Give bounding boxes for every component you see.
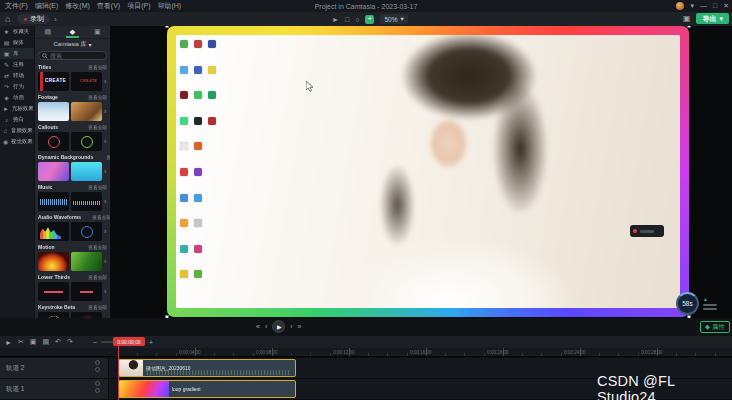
play-button[interactable]: ▶ [272,320,285,333]
pan-tool-icon[interactable]: ○ [355,16,359,23]
thumbnail[interactable]: CREATE [71,72,102,91]
thumbnail[interactable]: CREATE [38,72,69,91]
sidebar-item-behaviors[interactable]: ↷行为 [0,81,34,92]
sidebar-item-visual-effects[interactable]: ◉视觉效果 [0,136,34,147]
thumbnail[interactable] [38,102,69,121]
timeline-ruler[interactable]: 0:00:04;00 0:00:08;00 0:00:12;00 0:00:16… [0,348,732,357]
tab-media-bin[interactable]: ▤ [40,28,55,36]
sidebar-item-animations[interactable]: ◈动画 [0,92,34,103]
skip-to-end-button[interactable]: » [298,323,302,330]
menu-modify[interactable]: 修改(M) [65,1,90,11]
desktop-icon [208,91,216,99]
menu-help[interactable]: 帮助(H) [157,1,181,11]
clip-gradient[interactable]: loop gradient [118,380,296,398]
view-all-link[interactable]: 查看全部 [88,274,107,280]
chevron-right-icon[interactable]: › [104,198,106,205]
menu-project[interactable]: 项目(P) [127,1,150,11]
step-back-button[interactable]: ‹ [265,323,267,330]
playhead-line[interactable] [118,346,119,400]
sidebar-item-cursor-effects[interactable]: ►光标效果 [0,103,34,114]
redo-icon[interactable]: ↷ [67,338,73,346]
view-all-link[interactable]: 查看全部 [92,214,110,220]
thumbnail[interactable] [38,162,69,181]
library-dropdown[interactable]: Camtasia 库 ▾ [35,39,110,49]
thumbnail[interactable] [71,222,102,241]
library-section-footage: Footage查看全部 › [35,92,110,122]
thumbnail[interactable] [71,162,102,181]
pointer-tool-icon[interactable]: ► [5,339,12,346]
view-all-link[interactable]: 查看全部 [106,154,110,160]
desktop-icon [180,219,188,227]
user-avatar[interactable] [676,2,684,10]
paste-icon[interactable]: ▤ [42,338,49,346]
menu-file[interactable]: 文件(F) [5,1,28,11]
thumbnail[interactable] [38,282,69,301]
copy-icon[interactable]: ▣ [30,338,37,346]
thumbnail[interactable] [38,252,69,271]
view-all-link[interactable]: 查看全部 [88,304,107,310]
thumbnail[interactable] [71,252,102,271]
thumbnail[interactable] [38,222,69,241]
record-button[interactable]: ● 录制 [17,14,50,24]
visibility-icon[interactable] [95,367,100,372]
playhead-flag[interactable]: 0:00:00;00 [113,337,145,346]
sidebar-item-favorites[interactable]: ★收藏夹 [0,26,34,37]
behavior-icon: ↷ [3,83,10,90]
sidebar-item-voice[interactable]: ♪旁白 [0,114,34,125]
zoom-out-icon[interactable]: − [93,339,97,346]
sidebar-item-media[interactable]: ▤媒体 [0,37,34,48]
lock-icon[interactable] [95,381,100,386]
chevron-right-icon[interactable]: › [104,228,106,235]
view-all-link[interactable]: 查看全部 [88,124,107,130]
thumbnail[interactable] [71,132,102,151]
thumbnail[interactable] [71,192,102,211]
home-icon[interactable]: ⌂ [5,14,10,24]
preview-canvas[interactable] [167,26,689,317]
crop-tool-icon[interactable]: □ [345,16,349,23]
properties-button[interactable]: ◆ 属性 [700,321,730,333]
thumbnail[interactable] [71,282,102,301]
minimize-button[interactable]: — [700,0,707,12]
sidebar-item-audio-effects[interactable]: ♫音频效果 [0,125,34,136]
view-all-link[interactable]: 查看全部 [88,184,107,190]
skip-to-start-button[interactable]: « [256,323,260,330]
undo-icon[interactable]: ↶ [55,338,61,346]
avatar-caret-icon[interactable]: ▾ [690,0,694,12]
record-chevron-icon[interactable]: › [54,15,57,24]
lock-icon[interactable] [95,360,100,365]
chevron-right-icon[interactable]: › [104,78,106,85]
tab-library[interactable]: ◆ [66,28,79,36]
chevron-right-icon[interactable]: › [104,288,106,295]
close-button[interactable]: ✕ [723,0,729,12]
canvas-zoom-dropdown[interactable]: 50% ▾ [380,14,407,24]
sidebar-item-library[interactable]: ▣库 [0,48,34,59]
view-all-link[interactable]: 查看全部 [88,94,107,100]
maximize-button[interactable]: □ [713,0,717,12]
search-input[interactable] [50,53,103,59]
menu-view[interactable]: 查看(V) [97,1,120,11]
sidebar-item-annotations[interactable]: ✎注释 [0,59,34,70]
tab-more[interactable]: ▣ [90,28,105,36]
chevron-right-icon[interactable]: › [104,108,106,115]
step-forward-button[interactable]: › [290,323,292,330]
view-all-link[interactable]: 查看全部 [88,244,107,250]
export-button[interactable]: 导出 ▾ [696,13,729,24]
chevron-right-icon[interactable]: › [104,138,106,145]
view-all-link[interactable]: 查看全部 [88,64,107,70]
zoom-in-icon[interactable]: + [149,339,153,346]
cut-icon[interactable]: ✂ [18,338,24,346]
sidebar-item-transitions[interactable]: ⇄转场 [0,70,34,81]
chevron-right-icon[interactable]: › [104,168,106,175]
chevron-right-icon[interactable]: › [104,258,106,265]
clip-image[interactable]: 微信图片_20230610 [118,359,296,377]
fullscreen-icon[interactable]: ▣ [683,14,691,23]
visibility-icon[interactable] [95,388,100,393]
ruler-label: 0:00:04;00 [179,349,200,354]
thumbnail[interactable] [71,102,102,121]
thumbnail[interactable] [38,192,69,211]
library-search[interactable] [38,51,107,60]
add-button[interactable]: + [365,15,374,24]
thumbnail[interactable] [38,132,69,151]
menu-edit[interactable]: 编辑(E) [35,1,58,11]
pointer-tool-icon[interactable]: ► [332,16,339,23]
